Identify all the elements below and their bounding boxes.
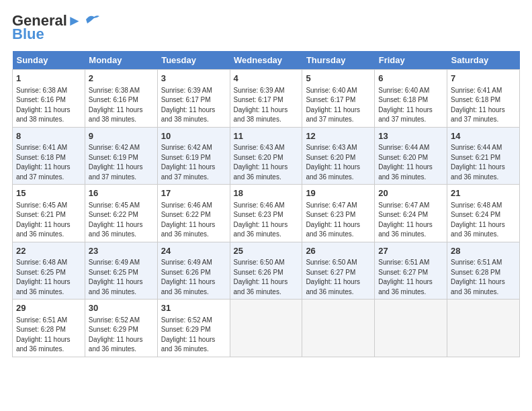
calendar-cell: 27Sunrise: 6:51 AMSunset: 6:27 PMDayligh… <box>375 242 447 300</box>
calendar-cell: 14Sunrise: 6:44 AMSunset: 6:21 PMDayligh… <box>447 127 520 185</box>
day-info: Sunrise: 6:48 AMSunset: 6:24 PMDaylight:… <box>451 201 505 238</box>
calendar-cell: 1Sunrise: 6:38 AMSunset: 6:16 PMDaylight… <box>13 70 85 128</box>
day-info: Sunrise: 6:52 AMSunset: 6:29 PMDaylight:… <box>161 316 216 353</box>
day-info: Sunrise: 6:50 AMSunset: 6:26 PMDaylight:… <box>234 259 288 295</box>
day-info: Sunrise: 6:52 AMSunset: 6:29 PMDaylight:… <box>89 316 143 353</box>
day-number: 31 <box>161 302 226 314</box>
calendar-cell: 24Sunrise: 6:49 AMSunset: 6:26 PMDayligh… <box>157 242 230 300</box>
calendar-cell: 26Sunrise: 6:50 AMSunset: 6:27 PMDayligh… <box>302 242 375 300</box>
calendar-week-row: 1Sunrise: 6:38 AMSunset: 6:16 PMDaylight… <box>13 70 520 128</box>
day-number: 24 <box>161 245 226 257</box>
weekday-header-saturday: Saturday <box>447 51 520 70</box>
calendar-cell: 28Sunrise: 6:51 AMSunset: 6:28 PMDayligh… <box>447 242 520 300</box>
day-info: Sunrise: 6:45 AMSunset: 6:21 PMDaylight:… <box>16 201 71 238</box>
day-number: 19 <box>306 187 371 199</box>
calendar-cell: 22Sunrise: 6:48 AMSunset: 6:25 PMDayligh… <box>13 242 85 300</box>
day-info: Sunrise: 6:38 AMSunset: 6:16 PMDaylight:… <box>16 87 71 124</box>
calendar-cell: 3Sunrise: 6:39 AMSunset: 6:17 PMDaylight… <box>157 70 230 128</box>
day-info: Sunrise: 6:43 AMSunset: 6:20 PMDaylight:… <box>234 144 288 181</box>
day-info: Sunrise: 6:42 AMSunset: 6:19 PMDaylight:… <box>89 144 143 181</box>
day-info: Sunrise: 6:39 AMSunset: 6:17 PMDaylight:… <box>161 87 216 124</box>
calendar-week-row: 15Sunrise: 6:45 AMSunset: 6:21 PMDayligh… <box>13 185 520 242</box>
day-number: 12 <box>306 130 371 142</box>
day-number: 3 <box>161 73 226 85</box>
calendar-cell <box>230 300 302 357</box>
day-number: 18 <box>234 187 299 199</box>
logo-bottom-text: Blue <box>12 26 44 43</box>
page-header: General► Blue <box>12 12 520 43</box>
day-number: 11 <box>234 130 299 142</box>
day-number: 20 <box>378 187 443 199</box>
day-number: 4 <box>234 73 299 85</box>
day-number: 25 <box>234 245 299 257</box>
calendar-week-row: 8Sunrise: 6:41 AMSunset: 6:18 PMDaylight… <box>13 127 520 185</box>
calendar-table: SundayMondayTuesdayWednesdayThursdayFrid… <box>12 51 520 357</box>
day-info: Sunrise: 6:49 AMSunset: 6:25 PMDaylight:… <box>89 259 143 295</box>
day-number: 27 <box>378 245 443 257</box>
day-info: Sunrise: 6:44 AMSunset: 6:21 PMDaylight:… <box>451 144 505 181</box>
day-number: 28 <box>451 245 516 257</box>
day-info: Sunrise: 6:41 AMSunset: 6:18 PMDaylight:… <box>16 144 71 181</box>
calendar-cell: 16Sunrise: 6:45 AMSunset: 6:22 PMDayligh… <box>85 185 157 242</box>
calendar-cell: 21Sunrise: 6:48 AMSunset: 6:24 PMDayligh… <box>447 185 520 242</box>
calendar-cell: 8Sunrise: 6:41 AMSunset: 6:18 PMDaylight… <box>13 127 85 185</box>
calendar-cell <box>447 300 520 357</box>
weekday-header-wednesday: Wednesday <box>230 51 302 70</box>
day-info: Sunrise: 6:51 AMSunset: 6:28 PMDaylight:… <box>451 259 505 295</box>
day-info: Sunrise: 6:47 AMSunset: 6:24 PMDaylight:… <box>378 201 433 238</box>
day-info: Sunrise: 6:51 AMSunset: 6:27 PMDaylight:… <box>378 259 433 295</box>
day-number: 2 <box>89 73 154 85</box>
day-info: Sunrise: 6:39 AMSunset: 6:17 PMDaylight:… <box>234 87 288 124</box>
calendar-cell: 6Sunrise: 6:40 AMSunset: 6:18 PMDaylight… <box>375 70 447 128</box>
day-number: 6 <box>378 73 443 85</box>
weekday-header-tuesday: Tuesday <box>157 51 230 70</box>
day-number: 5 <box>306 73 371 85</box>
day-number: 13 <box>378 130 443 142</box>
day-info: Sunrise: 6:41 AMSunset: 6:18 PMDaylight:… <box>451 87 505 124</box>
day-info: Sunrise: 6:44 AMSunset: 6:20 PMDaylight:… <box>378 144 433 181</box>
calendar-cell: 11Sunrise: 6:43 AMSunset: 6:20 PMDayligh… <box>230 127 302 185</box>
day-info: Sunrise: 6:48 AMSunset: 6:25 PMDaylight:… <box>16 259 71 295</box>
calendar-cell <box>302 300 375 357</box>
calendar-cell: 30Sunrise: 6:52 AMSunset: 6:29 PMDayligh… <box>85 300 157 357</box>
day-number: 10 <box>161 130 226 142</box>
calendar-cell <box>375 300 447 357</box>
day-info: Sunrise: 6:40 AMSunset: 6:17 PMDaylight:… <box>306 87 360 124</box>
day-info: Sunrise: 6:47 AMSunset: 6:23 PMDaylight:… <box>306 201 360 238</box>
calendar-header-row: SundayMondayTuesdayWednesdayThursdayFrid… <box>13 51 520 70</box>
calendar-cell: 2Sunrise: 6:38 AMSunset: 6:16 PMDaylight… <box>85 70 157 128</box>
calendar-week-row: 22Sunrise: 6:48 AMSunset: 6:25 PMDayligh… <box>13 242 520 300</box>
day-number: 22 <box>16 245 81 257</box>
logo-bird-icon <box>85 14 99 25</box>
day-number: 26 <box>306 245 371 257</box>
calendar-cell: 23Sunrise: 6:49 AMSunset: 6:25 PMDayligh… <box>85 242 157 300</box>
weekday-header-friday: Friday <box>375 51 447 70</box>
day-info: Sunrise: 6:46 AMSunset: 6:22 PMDaylight:… <box>161 201 216 238</box>
calendar-cell: 25Sunrise: 6:50 AMSunset: 6:26 PMDayligh… <box>230 242 302 300</box>
calendar-cell: 4Sunrise: 6:39 AMSunset: 6:17 PMDaylight… <box>230 70 302 128</box>
calendar-cell: 15Sunrise: 6:45 AMSunset: 6:21 PMDayligh… <box>13 185 85 242</box>
day-number: 1 <box>16 73 81 85</box>
day-number: 17 <box>161 187 226 199</box>
weekday-header-monday: Monday <box>85 51 157 70</box>
day-number: 16 <box>89 187 154 199</box>
day-info: Sunrise: 6:45 AMSunset: 6:22 PMDaylight:… <box>89 201 143 238</box>
day-info: Sunrise: 6:50 AMSunset: 6:27 PMDaylight:… <box>306 259 360 295</box>
calendar-cell: 17Sunrise: 6:46 AMSunset: 6:22 PMDayligh… <box>157 185 230 242</box>
calendar-week-row: 29Sunrise: 6:51 AMSunset: 6:28 PMDayligh… <box>13 300 520 357</box>
day-number: 9 <box>89 130 154 142</box>
logo: General► Blue <box>12 12 99 43</box>
calendar-cell: 12Sunrise: 6:43 AMSunset: 6:20 PMDayligh… <box>302 127 375 185</box>
day-info: Sunrise: 6:49 AMSunset: 6:26 PMDaylight:… <box>161 259 216 295</box>
day-number: 21 <box>451 187 516 199</box>
day-info: Sunrise: 6:46 AMSunset: 6:23 PMDaylight:… <box>234 201 288 238</box>
calendar-cell: 18Sunrise: 6:46 AMSunset: 6:23 PMDayligh… <box>230 185 302 242</box>
calendar-cell: 29Sunrise: 6:51 AMSunset: 6:28 PMDayligh… <box>13 300 85 357</box>
calendar-cell: 31Sunrise: 6:52 AMSunset: 6:29 PMDayligh… <box>157 300 230 357</box>
calendar-cell: 19Sunrise: 6:47 AMSunset: 6:23 PMDayligh… <box>302 185 375 242</box>
day-number: 7 <box>451 73 516 85</box>
day-info: Sunrise: 6:38 AMSunset: 6:16 PMDaylight:… <box>89 87 143 124</box>
weekday-header-sunday: Sunday <box>13 51 85 70</box>
day-number: 23 <box>89 245 154 257</box>
day-info: Sunrise: 6:42 AMSunset: 6:19 PMDaylight:… <box>161 144 216 181</box>
